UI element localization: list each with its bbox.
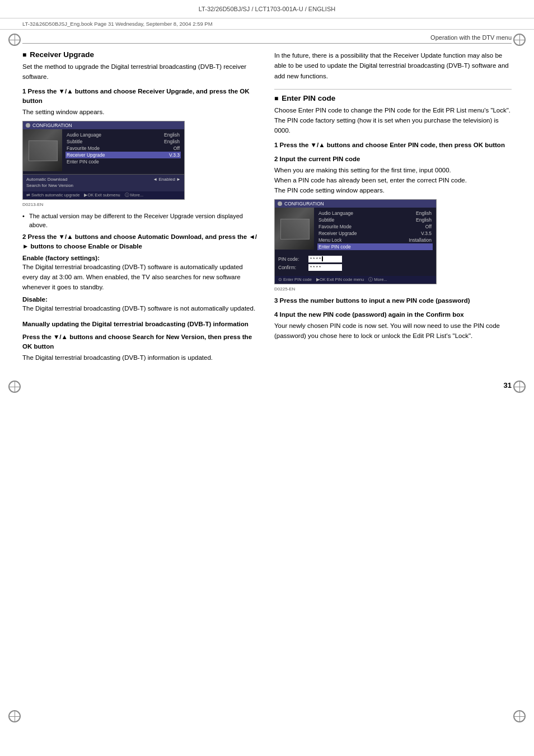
pin-step2: 2 Input the current PIN code When you ar… [274,154,512,292]
print-info: LT-32&26D50BJSJ_Eng.book Page 31 Wednesd… [0,18,534,30]
pin-confirm-row: Confirm: * * * * [278,264,433,271]
config-image-pin [275,208,314,250]
pin-step3: 3 Press the number buttons to input a ne… [274,296,512,306]
enter-pin-title: Enter PIN code [274,94,512,102]
pin-step4-body: Your newly chosen PIN code is now set. Y… [274,321,512,341]
corner-mark-bl [8,710,21,722]
config-title-bar-pin: CONFIGURATION [275,200,436,208]
pin-menu-audio: Audio LanguageEnglish [317,210,433,217]
config-title-1: CONFIGURATION [32,123,72,128]
enter-pin-intro: Choose Enter PIN code to change the PIN … [274,106,512,135]
config-search-version: Search for New Version [26,183,181,188]
right-col-intro: In the future, there is a possibility th… [274,50,512,81]
section-header-bar: Operation with the DTV menu [22,30,512,44]
pin-step1: 1 Press the ▼/▲ buttons and choose Enter… [274,140,512,150]
press-search-body: The Digital terrestrial broadcasting (DV… [22,353,257,363]
config-image-1 [23,129,62,171]
pin-step3-heading: 3 Press the number buttons to input a ne… [274,296,512,306]
page-number: 31 [504,381,512,389]
pin-step1-heading: 1 Press the ▼/▲ buttons and choose Enter… [274,140,512,150]
receiver-upgrade-title: Receiver Upgrade [22,50,257,59]
pin-confirm-input: * * * * [308,264,342,271]
pin-confirm-label: Confirm: [278,265,306,270]
pin-menu-enterpin: Enter PIN code [317,243,433,250]
right-column: In the future, there is a possibility th… [274,50,512,363]
pin-menu-menulock: Menu LockInstallation [317,237,433,243]
config-menu-receiver: Receiver UpgradeV.3.3 [65,152,181,158]
pin-step4: 4 Input the new PIN code (password) agai… [274,310,512,341]
pin-step2-body3: The PIN code setting window appears. [274,186,512,196]
config-screen-pin: CONFIGURATION Audio LanguageEnglish Subt… [274,199,437,284]
config-body-1: Audio LanguageEnglish SubtitleEnglish Fa… [23,129,184,174]
config-icon-pin [278,201,282,206]
config-title-pin: CONFIGURATION [284,201,324,206]
page-header: LT-32/26D50BJ/SJ / LCT1703-001A-U / ENGL… [0,0,534,18]
disable-body: The Digital terrestrial broadcasting (DV… [22,304,257,314]
config-auto-download: Automatic Download ◄ Enabled ► [26,177,181,182]
config-icon-1 [26,123,30,128]
config-title-bar-1: CONFIGURATION [23,121,184,129]
pin-menu-receiver: Receiver UpgradeV.3.5 [317,230,433,237]
config-menu-subtitle: SubtitleEnglish [65,138,181,145]
corner-mark-ml [8,381,21,393]
left-column: Receiver Upgrade Set the method to upgra… [22,50,257,363]
pin-code-input: * * * * [308,256,342,262]
config-menu-favourite: Favourite ModeOff [65,145,181,152]
fig1-caption: D0213-EN [22,202,257,207]
config-bottom-1: Automatic Download ◄ Enabled ► Search fo… [23,174,184,191]
pin-step2-body2: When a PIN code has already been set, en… [274,176,512,186]
pin-menu-favourite: Favourite ModeOff [317,223,433,230]
config-menu-audio: Audio LanguageEnglish [65,132,181,138]
divider-1 [274,89,512,90]
two-column-layout: Receiver Upgrade Set the method to upgra… [22,50,512,363]
corner-mark-tr [513,34,526,46]
config-status-pin: ⊙ Enter PIN code ▶OK Exit PIN code menu … [275,276,436,284]
enable-body: The Digital terrestrial broadcasting (DV… [22,262,257,292]
pin-step2-heading: 2 Input the current PIN code [274,154,512,164]
enable-heading: Enable (factory settings): [22,255,257,261]
header-text: LT-32/26D50BJ/SJ / LCT1703-001A-U / ENGL… [199,6,335,12]
receiver-step1-heading: 1 Press the ▼/▲ buttons and choose Recei… [22,87,257,106]
corner-mark-mr [513,381,526,393]
pin-code-label: PIN code: [278,256,306,262]
corner-mark-br [513,710,526,722]
page-footer: 31 [0,374,534,396]
config-status-1: ⇄ Switch automatic upgrade ▶OK Exit subm… [23,191,184,199]
section-label: Operation with the DTV menu [430,34,512,41]
receiver-step2-heading: 2 Press the ▼/▲ buttons and choose Autom… [22,232,257,252]
manually-heading: Manually updating the Digital terrestria… [22,320,257,329]
pin-menu-subtitle: SubtitleEnglish [317,217,433,223]
receiver-step2: 2 Press the ▼/▲ buttons and choose Autom… [22,232,257,314]
config-menu-pin: Enter PIN code [65,158,181,165]
pin-step4-heading: 4 Input the new PIN code (password) agai… [274,310,512,320]
pin-cursor-1 [322,256,323,261]
pin-step2-body1: When you are making this setting for the… [274,166,512,176]
config-menu-1: Audio LanguageEnglish SubtitleEnglish Fa… [62,129,184,174]
config-menu-pin-screen: Audio LanguageEnglish SubtitleEnglish Fa… [314,208,436,252]
config-body-pin: Audio LanguageEnglish SubtitleEnglish Fa… [275,208,436,252]
config-screen-1: CONFIGURATION Audio LanguageEnglish Subt… [22,121,185,200]
bullet-note-1: The actual version may be different to t… [22,212,257,230]
fig2-caption: D0225-EN [274,287,512,292]
pin-fields: PIN code: * * * * Confirm: * * * * [275,252,436,276]
receiver-upgrade-intro: Set the method to upgrade the Digital te… [22,62,257,82]
corner-mark-tl [8,34,21,46]
pin-code-row: PIN code: * * * * [278,256,433,262]
disable-heading: Disable: [22,296,257,303]
receiver-step1: 1 Press the ▼/▲ buttons and choose Recei… [22,87,257,207]
press-search-heading: Press the ▼/▲ buttons and choose Search … [22,332,257,352]
page-content: Operation with the DTV menu Receiver Upg… [0,30,534,363]
receiver-step1-body: The setting window appears. [22,107,257,118]
